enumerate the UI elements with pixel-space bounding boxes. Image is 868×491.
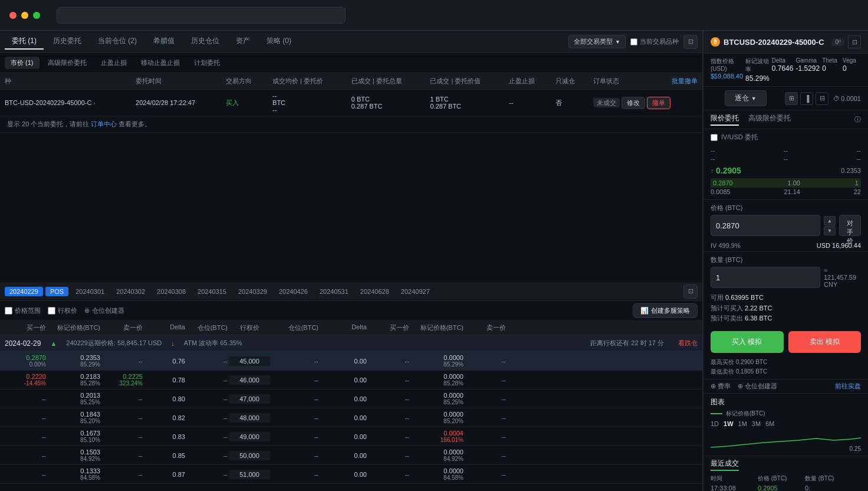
qty-input[interactable] — [711, 267, 820, 288]
tab-positions[interactable]: 当前仓位 (2) — [91, 34, 144, 50]
list-item[interactable]: -- 0.167385.10% -- 0.83 -- 49,000 -- 0.0… — [0, 427, 702, 446]
col-call-mark: 标记价格(BTC) — [47, 323, 100, 332]
date-tab-4[interactable]: 20240315 — [193, 287, 231, 296]
index-price-value[interactable]: $59,088.40 — [711, 73, 743, 80]
position-builder-label: 仓位创建器 — [92, 306, 124, 315]
url-bar[interactable] — [57, 7, 346, 24]
chart-tab-1w[interactable]: 1W — [724, 420, 734, 427]
view-icon-1[interactable]: ⊞ — [785, 92, 798, 105]
current-symbol-checkbox[interactable] — [630, 38, 637, 45]
trading-mode-select[interactable]: 逐仓 ▼ — [725, 90, 767, 106]
ob-bid-price2: 0.0085 — [711, 188, 731, 195]
list-item[interactable]: 0.2220-14.45% 0.218385.28% 0.2225323.24%… — [0, 371, 702, 389]
chart-tab-6m[interactable]: 6M — [765, 420, 774, 427]
strike-cell: 49,000 — [229, 432, 270, 441]
list-item[interactable]: -- 0.150384.92% -- 0.85 -- 50,000 -- 0.0… — [0, 446, 702, 465]
counterparty-btn[interactable]: 对手价 — [839, 215, 861, 236]
strike-checkbox[interactable] — [48, 307, 55, 315]
position-builder-link[interactable]: ⊕ 仓位创建器 — [84, 306, 124, 315]
ob-bid-price1: 0.2870 — [713, 179, 733, 186]
legend-label: 标记价格(BTC) — [726, 410, 765, 418]
date-tab-pos1[interactable]: 20240229 — [5, 287, 43, 296]
sell-button[interactable]: 卖出 模拟 — [788, 331, 862, 353]
batch-cancel-btn[interactable]: 批量撤单 — [672, 77, 698, 86]
right-scroll[interactable]: 逐仓 ▼ ⊞ ▐ ⊟ ⏱0.0001 限价委托 高级限价委托 ⓘ — [703, 87, 868, 491]
order-type-market[interactable]: 市价 (1) — [5, 57, 40, 69]
order-center-link[interactable]: 订单中心 — [91, 120, 117, 127]
chart-tab-3m[interactable]: 3M — [752, 420, 761, 427]
date-tab-1[interactable]: 20240301 — [71, 287, 109, 296]
tab-orders[interactable]: 委托 (1) — [5, 34, 44, 50]
options-badge: 0⁰ — [831, 38, 844, 46]
list-item[interactable]: 0.28700.00% 0.235385.29% -- 0.76 -- 45,0… — [0, 352, 702, 371]
chart-title: 图表 — [711, 397, 861, 407]
price-range-toggle[interactable]: 价格范围 — [5, 306, 41, 315]
fee-rate-link[interactable]: ⊕ 费率 — [711, 382, 731, 391]
options-toolbar: 价格范围 行权价 ⊕ 仓位创建器 📊 创建多腿策略 — [0, 301, 702, 321]
create-strategy-btn[interactable]: 📊 创建多腿策略 — [633, 303, 698, 318]
view-icon-3[interactable]: ⊟ — [816, 92, 828, 105]
tab-assets[interactable]: 资产 — [229, 34, 257, 50]
modify-btn[interactable]: 修改 — [622, 97, 645, 109]
date-tab-9[interactable]: 20240927 — [396, 287, 435, 296]
view-pnl-link[interactable]: 看跌仓 — [678, 339, 698, 348]
order-type-stop[interactable]: 止盈止损 — [95, 57, 133, 69]
order-tab-info: ⓘ — [854, 115, 861, 124]
date-tab-7[interactable]: 20240531 — [315, 287, 353, 296]
order-type-trailing[interactable]: 移动止盈止损 — [135, 57, 186, 69]
btc-icon: ₿ — [711, 37, 720, 47]
price-decrement-btn[interactable]: ▼ — [824, 226, 836, 235]
order-type-planned[interactable]: 计划委托 — [188, 57, 226, 69]
buy-button[interactable]: 买入 模拟 — [711, 331, 784, 353]
delta-value: 0.7646 — [772, 64, 794, 73]
price-range-checkbox[interactable] — [5, 307, 12, 315]
price-increment-btn[interactable]: ▲ — [824, 216, 836, 225]
tab-history[interactable]: 历史委托 — [46, 34, 88, 50]
order-type-bar: 市价 (1) 高级限价委托 止盈止损 移动止盈止损 计划委托 — [0, 53, 702, 73]
price-input[interactable] — [711, 215, 820, 236]
chart-tab-1m[interactable]: 1M — [738, 420, 747, 427]
date-tab-6[interactable]: 20240426 — [274, 287, 313, 296]
trade-type-select[interactable]: 全部交易类型 ▼ — [568, 35, 626, 48]
current-symbol-toggle[interactable]: 当前交易品种 — [630, 37, 679, 46]
expand-icon[interactable]: › — [93, 100, 95, 106]
list-item[interactable]: -- 0.201385.25% -- 0.80 -- 47,000 -- 0.0… — [0, 389, 702, 408]
col-call-delta: Delta — [144, 323, 185, 332]
chain-up-arrow: ▲ — [50, 340, 57, 347]
strike-toggle[interactable]: 行权价 — [48, 306, 77, 315]
cancel-order-btn[interactable]: 撤单 — [647, 97, 670, 109]
tab-advanced-limit[interactable]: 高级限价委托 — [748, 113, 791, 126]
view-icon-2[interactable]: ▐ — [800, 92, 813, 105]
position-builder-btn[interactable]: ⊕ 仓位创建器 — [738, 382, 777, 391]
strike-cell: 47,000 — [229, 394, 270, 404]
goto-live-link[interactable]: 前往实盘 — [835, 382, 861, 391]
date-tab-pos2[interactable]: POS — [45, 287, 68, 296]
settings-icon-right[interactable]: ⊡ — [848, 35, 861, 48]
maximize-dot[interactable] — [33, 12, 40, 19]
close-dot[interactable] — [9, 12, 17, 19]
iv-toggle-checkbox[interactable] — [711, 134, 718, 141]
chain-settings-icon[interactable]: ⊡ — [683, 284, 698, 299]
cell-qty: 0 BTC 0.287 BTC — [347, 90, 426, 116]
tab-greeks[interactable]: 希腊值 — [146, 34, 182, 50]
settings-icon[interactable]: ⊡ — [683, 35, 698, 49]
qty-input-row: ≈ 121,457.59 CNY — [711, 267, 861, 288]
list-item[interactable]: -- 0.184385.20% -- 0.82 -- 48,000 -- 0.0… — [0, 408, 702, 427]
minimize-dot[interactable] — [21, 12, 28, 19]
chart-tab-1d[interactable]: 1D — [711, 420, 719, 427]
tab-strategy[interactable]: 策略 (0) — [259, 34, 298, 50]
tab-limit-order[interactable]: 限价委托 — [711, 113, 739, 126]
date-tab-8[interactable]: 20240628 — [356, 287, 394, 296]
tab-history-pos[interactable]: 历史仓位 — [184, 34, 226, 50]
gamma-value: -1.5292 — [795, 64, 820, 73]
list-item[interactable]: -- 0.133384.58% -- 0.87 -- 51,000 -- 0.0… — [0, 465, 702, 484]
date-tab-5[interactable]: 20240329 — [234, 287, 272, 296]
date-tab-3[interactable]: 20240308 — [152, 287, 190, 296]
order-type-advanced-limit[interactable]: 高级限价委托 — [42, 57, 93, 69]
chain-scroll[interactable]: 2024-02-29 ▲ 240229远期价格: 58,845.17 USD ↓… — [0, 335, 702, 491]
create-strategy-label: 创建多腿策略 — [651, 306, 690, 315]
orderbook-mini: -- -- -- -- -- -- ↑ 0.2905 0.2353 — [703, 145, 868, 200]
date-tab-2[interactable]: 20240302 — [111, 287, 150, 296]
ob-mid-price: ↑ 0.2905 0.2353 — [711, 163, 861, 178]
mode-caret: ▼ — [751, 96, 757, 102]
